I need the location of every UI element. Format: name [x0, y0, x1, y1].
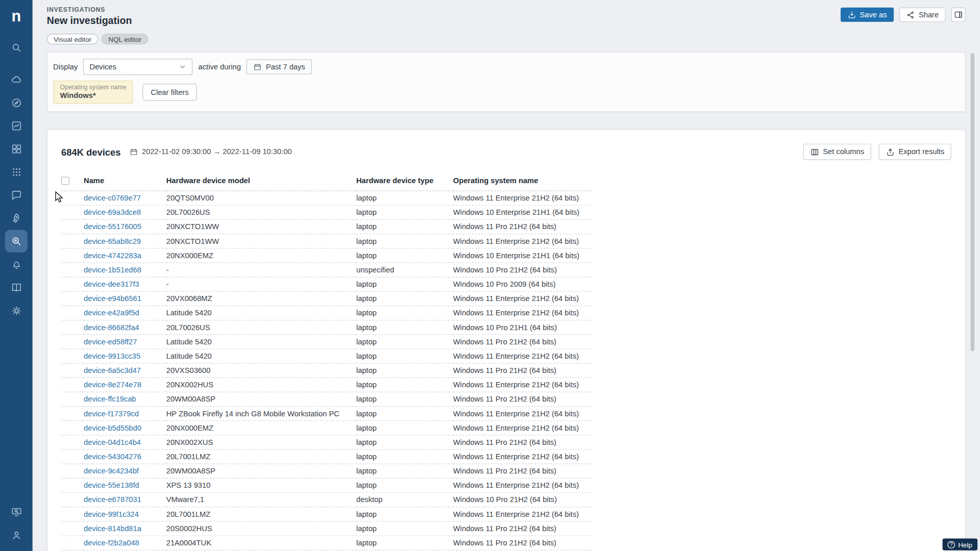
column-header-os[interactable]: Operating system name	[453, 173, 593, 191]
library-icon[interactable]	[5, 276, 28, 298]
column-header-type[interactable]: Hardware device type	[356, 173, 453, 191]
device-name-link[interactable]: device-dee317f3	[84, 280, 139, 289]
device-name-link[interactable]: device-e6787031	[84, 495, 141, 504]
chart-icon[interactable]	[5, 114, 28, 137]
device-name-link[interactable]: device-99f1c324	[84, 510, 139, 519]
device-name-link[interactable]: device-f2b2a048	[84, 539, 139, 547]
table-row[interactable]: device-e6787031 VMware7,1 desktop Window…	[61, 493, 593, 507]
table-row[interactable]: device-dee317f3 - laptop Windows 10 Pro …	[61, 277, 593, 291]
table-row[interactable]: device-ffc19cab 20WM00A8SP laptop Window…	[61, 392, 593, 407]
device-name-link[interactable]: device-e42a9f5d	[84, 309, 139, 317]
table-row[interactable]: device-e42a9f5d Latitude 5420 laptop Win…	[61, 306, 593, 320]
device-name-link[interactable]: device-04d1c4b4	[84, 438, 141, 447]
row-select-cell	[61, 435, 84, 449]
profile-icon[interactable]	[5, 523, 28, 546]
table-row[interactable]: device-9913cc35 Latitude 5420 laptop Win…	[61, 349, 593, 363]
table-row[interactable]: device-1b51ed68 - unspecified Windows 10…	[61, 263, 593, 277]
toggle-panel-button[interactable]	[951, 8, 966, 22]
table-row[interactable]: device-e94b6561 20VX0068MZ laptop Window…	[61, 292, 593, 306]
table-row[interactable]: device-55176005 20NXCTO1WW laptop Window…	[61, 220, 593, 234]
device-name-link[interactable]: device-65ab8c29	[84, 237, 141, 245]
save-as-button[interactable]: Save as	[840, 8, 894, 22]
table-row[interactable]: device-6a5c3d47 20VXS03600 laptop Window…	[61, 363, 593, 378]
columns-icon	[810, 147, 819, 156]
table-row[interactable]: device-b5d55bd0 20NX000EMZ laptop Window…	[61, 421, 593, 435]
column-header-name[interactable]: Name	[84, 173, 166, 191]
device-name-link[interactable]: device-54304276	[84, 453, 141, 461]
table-row[interactable]: device-54304276 20L7001LMZ laptop Window…	[61, 449, 593, 464]
table-row[interactable]: device-99f1c324 20L7001LMZ laptop Window…	[61, 507, 593, 521]
table-row[interactable]: device-69a3dce8 20L70026US laptop Window…	[61, 206, 593, 220]
table-row[interactable]: device-f17379cd HP ZBook Firefly 14 inch…	[61, 407, 593, 421]
remote-desktop-icon[interactable]	[5, 500, 28, 523]
device-model-cell: 20QTS0MV00	[166, 191, 356, 205]
table-row[interactable]: device-55e138fd XPS 13 9310 laptop Windo…	[61, 479, 593, 493]
device-os-cell: Windows 11 Enterprise 21H2 (64 bits)	[453, 479, 593, 493]
filter-value-label: Windows*	[60, 91, 127, 100]
device-name-link[interactable]: device-1b51ed68	[84, 266, 141, 274]
share-button[interactable]: Share	[899, 8, 946, 22]
table-row[interactable]: device-ed58ff27 Latitude 5420 laptop Win…	[61, 335, 593, 349]
compass-icon[interactable]	[5, 91, 28, 114]
table-row[interactable]: device-8e274e78 20NX002HUS laptop Window…	[61, 378, 593, 392]
export-icon	[886, 147, 895, 156]
bell-icon[interactable]	[5, 253, 28, 276]
display-select[interactable]: Devices	[83, 59, 192, 75]
clear-filters-button[interactable]: Clear filters	[142, 84, 197, 101]
row-select-cell	[61, 206, 84, 220]
device-name-link[interactable]: device-c0769e77	[84, 194, 141, 203]
time-range-button[interactable]: Past 7 days	[247, 59, 312, 74]
set-columns-button[interactable]: Set columns	[803, 144, 871, 160]
device-name-link[interactable]: device-b5d55bd0	[84, 424, 141, 433]
apps-grid-icon[interactable]	[5, 161, 28, 183]
dashboards-icon[interactable]	[5, 137, 28, 160]
table-row[interactable]: device-9c4234bf 20WM00A8SP laptop Window…	[61, 464, 593, 479]
tab-visual-editor[interactable]: Visual editor	[47, 34, 99, 44]
export-results-label: Export results	[898, 147, 944, 156]
device-name-link[interactable]: device-e94b6561	[84, 294, 141, 303]
table-row[interactable]: device-86682fa4 20L70026US laptop Window…	[61, 320, 593, 335]
device-name-link[interactable]: device-6a5c3d47	[84, 366, 141, 375]
device-os-cell: Windows 11 Enterprise 21H2 (64 bits)	[453, 449, 593, 464]
panel-toggle-icon	[954, 10, 963, 19]
app-logo[interactable]: n	[0, 0, 33, 31]
filter-chip[interactable]: Operating system name Windows*	[53, 81, 133, 104]
device-name-link[interactable]: device-4742283a	[84, 252, 141, 260]
gear-icon[interactable]	[5, 299, 28, 322]
device-name-link[interactable]: device-9c4234bf	[84, 467, 139, 475]
device-name-link[interactable]: device-55176005	[84, 222, 141, 231]
table-row[interactable]: device-814bd81a 20S0002HUS laptop Window…	[61, 521, 593, 536]
tab-nql-editor[interactable]: NQL editor	[102, 34, 149, 44]
device-model-cell: -	[166, 263, 356, 277]
help-button[interactable]: ? Help	[943, 539, 977, 550]
table-row[interactable]: device-f2b2a048 21A0004TUK laptop Window…	[61, 536, 593, 550]
rocket-icon[interactable]	[5, 207, 28, 229]
row-select-cell	[61, 292, 84, 306]
calendar-icon	[130, 147, 138, 156]
select-all-checkbox[interactable]	[61, 177, 69, 185]
device-name-link[interactable]: device-814bd81a	[84, 524, 141, 533]
device-model-cell: 20L7001LMZ	[166, 507, 356, 521]
table-row[interactable]: device-4742283a 20NX000EMZ laptop Window…	[61, 248, 593, 263]
row-select-cell	[61, 220, 84, 234]
export-results-button[interactable]: Export results	[878, 144, 951, 160]
device-name-link[interactable]: device-86682fa4	[84, 323, 139, 332]
device-name-link[interactable]: device-9913cc35	[84, 352, 140, 361]
device-name-link[interactable]: device-ffc19cab	[84, 395, 136, 404]
page-scrollbar[interactable]	[971, 53, 974, 351]
device-name-link[interactable]: device-f17379cd	[84, 409, 139, 418]
table-row[interactable]: device-65ab8c29 20NXCTO1WW laptop Window…	[61, 234, 593, 248]
investigations-icon[interactable]	[5, 230, 28, 253]
device-name-link[interactable]: device-8e274e78	[84, 381, 141, 389]
cloud-icon[interactable]	[5, 68, 28, 90]
device-name-link[interactable]: device-69a3dce8	[84, 208, 141, 217]
device-os-cell: Windows 10 Enterprise 21H1 (64 bits)	[453, 206, 593, 220]
device-name-link[interactable]: device-55e138fd	[84, 481, 139, 490]
table-row[interactable]: device-04d1c4b4 20NX002XUS laptop Window…	[61, 435, 593, 449]
table-row[interactable]: device-c0769e77 20QTS0MV00 laptop Window…	[61, 191, 593, 205]
device-type-cell: desktop	[356, 493, 453, 507]
device-name-link[interactable]: device-ed58ff27	[84, 338, 137, 346]
column-header-model[interactable]: Hardware device model	[166, 173, 356, 191]
search-icon[interactable]	[5, 36, 28, 59]
chat-icon[interactable]	[5, 184, 28, 206]
